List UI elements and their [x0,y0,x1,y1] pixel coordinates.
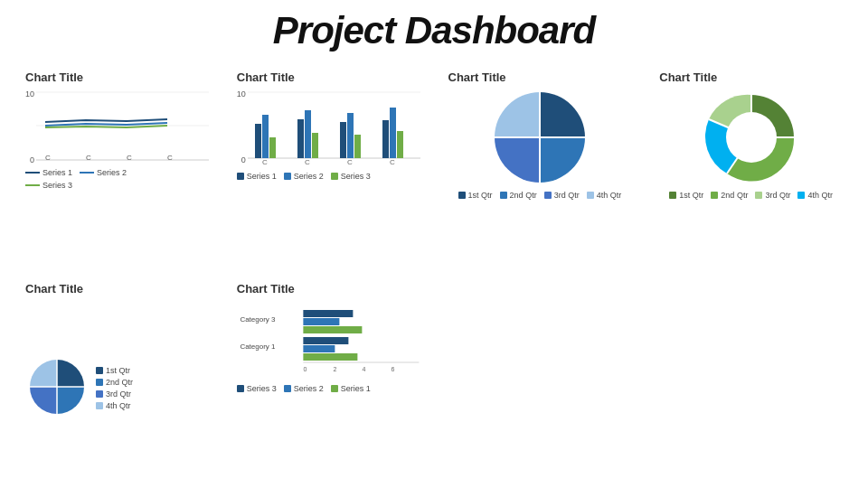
chart-1-svg: C C C C [36,88,209,164]
chart-4-legend: 1st Qtr 2nd Qtr 3rd Qtr 4th Qtr [669,191,833,200]
chart-5-title: Chart Title [25,282,209,296]
chart-6-title: Chart Title [237,282,420,296]
svg-rect-11 [269,137,276,158]
charts-grid: Chart Title 10 0 [18,66,850,479]
page: Project Dashboard Chart Title 10 0 [0,0,868,488]
chart-3-legend: 1st Qtr 2nd Qtr 3rd Qtr 4th Qtr [458,191,622,200]
svg-text:2: 2 [333,366,336,372]
chart-3-title: Chart Title [448,70,632,84]
chart-1-legend: Series 1 Series 2 Series 3 [25,168,209,190]
chart-1-title: Chart Title [25,70,209,84]
svg-rect-12 [297,119,304,158]
chart-5-svg [25,355,89,418]
chart-1-wrapper: 10 0 C [25,88,209,164]
svg-text:C: C [167,154,173,162]
svg-rect-43 [303,337,348,344]
svg-text:Category 3: Category 3 [240,315,276,324]
svg-text:C: C [347,158,353,164]
chart-3: Chart Title [441,66,639,268]
svg-text:C: C [390,158,395,164]
legend-series1: Series 1 [25,168,72,177]
legend-series2-color [80,172,94,174]
legend-series3: Series 3 [25,181,209,190]
svg-text:0: 0 [303,366,307,372]
chart-2-wrapper: 10 0 [237,88,420,168]
chart-2-legend: Series 1 Series 2 Series 3 [237,172,420,181]
svg-rect-14 [312,133,318,158]
svg-rect-44 [303,345,335,352]
svg-rect-42 [303,326,362,333]
legend-series1-color [25,172,40,174]
legend2-series2: Series 2 [284,172,324,181]
svg-text:C: C [305,158,310,164]
svg-rect-40 [303,310,353,317]
chart-2-y-axis: 10 0 [237,88,246,164]
svg-text:C: C [45,154,51,162]
svg-rect-17 [354,135,361,158]
svg-rect-15 [340,122,346,158]
svg-rect-18 [382,120,389,158]
svg-rect-41 [303,318,339,325]
chart-2: Chart Title 10 0 [230,66,428,268]
svg-text:4: 4 [362,366,365,372]
svg-text:6: 6 [391,366,394,372]
svg-text:C: C [262,158,268,164]
page-title: Project Dashboard [273,9,595,52]
chart-2-svg: C C C C [248,88,420,164]
chart-1-plot: C C C C [36,88,209,164]
chart-5: Chart Title 1st Qtr [18,277,216,480]
chart-5-legend: 1st Qtr 2nd Qtr 3rd Qtr 4th Qtr [96,366,133,410]
svg-rect-9 [255,124,261,158]
chart-6-area: Category 3 Category 1 0 2 4 [237,299,420,475]
svg-rect-20 [397,131,403,158]
chart-2-title: Chart Title [237,70,420,84]
chart-4-title: Chart Title [659,70,843,84]
svg-rect-19 [390,108,396,158]
chart-4: Chart Title [652,66,850,268]
chart-6-svg: Category 3 Category 1 0 2 4 [237,299,420,380]
legend-series2: Series 2 [80,168,127,177]
legend2-series1: Series 1 [237,172,277,181]
svg-rect-10 [262,115,269,158]
chart-4-svg [702,88,801,187]
svg-rect-45 [303,353,357,361]
chart-1: Chart Title 10 0 [18,66,216,268]
chart-2-plot: C C C C [248,88,420,168]
chart-3-svg [490,88,590,187]
chart-5-area: 1st Qtr 2nd Qtr 3rd Qtr 4th Qtr [25,299,209,475]
legend2-series3: Series 3 [331,172,371,181]
chart-3-area: 1st Qtr 2nd Qtr 3rd Qtr 4th Qtr [448,88,632,264]
svg-rect-13 [305,110,311,158]
svg-text:C: C [86,154,91,162]
chart-6-legend: Series 3 Series 2 Series 1 [237,384,420,393]
chart-1-y-axis: 10 0 [25,88,34,164]
chart-6: Chart Title Category 3 Category 1 [230,277,428,480]
chart-4-area: 1st Qtr 2nd Qtr 3rd Qtr 4th Qtr [659,88,843,264]
svg-text:C: C [127,154,132,162]
svg-rect-16 [347,113,354,158]
legend-series3-color [25,184,40,186]
svg-text:Category 1: Category 1 [240,343,276,351]
